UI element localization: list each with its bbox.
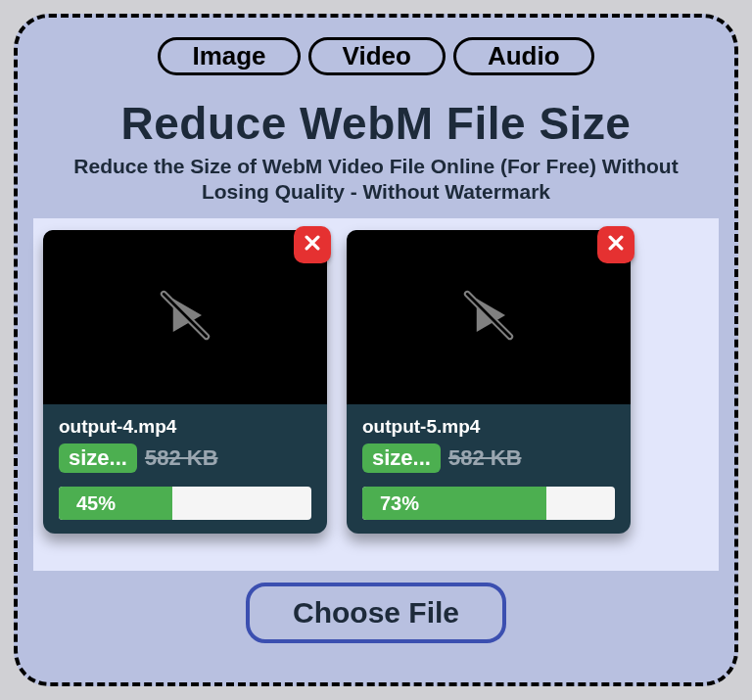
tab-video[interactable]: Video (308, 37, 446, 75)
tab-audio[interactable]: Audio (453, 37, 594, 75)
file-sizes: size... 582 KB (43, 443, 327, 473)
choose-file-button[interactable]: Choose File (246, 583, 506, 643)
no-video-icon (455, 282, 522, 352)
video-thumbnail[interactable] (347, 230, 631, 404)
progress-label: 73% (380, 492, 419, 515)
files-container: output-4.mp4 size... 582 KB 45% (33, 218, 719, 571)
progress-bar: 45% (59, 487, 311, 520)
page-title: Reduce WebM File Size (25, 97, 727, 150)
remove-file-button[interactable] (597, 226, 634, 263)
file-cards: output-4.mp4 size... 582 KB 45% (43, 230, 709, 534)
choose-file-wrap: Choose File (25, 583, 727, 643)
file-card: output-4.mp4 size... 582 KB 45% (43, 230, 327, 534)
upload-panel: Image Video Audio Reduce WebM File Size … (14, 14, 738, 686)
media-type-tabs: Image Video Audio (25, 37, 727, 75)
file-card: output-5.mp4 size... 582 KB 73% (347, 230, 631, 534)
new-size-badge: size... (362, 443, 441, 473)
progress-bar: 73% (362, 487, 615, 520)
close-icon (303, 233, 322, 257)
page-subtitle: Reduce the Size of WebM Video File Onlin… (25, 154, 727, 206)
old-size: 582 KB (448, 445, 522, 471)
no-video-icon (152, 282, 218, 352)
file-name: output-5.mp4 (347, 404, 631, 443)
progress-label: 45% (76, 492, 116, 515)
close-icon (606, 233, 626, 257)
remove-file-button[interactable] (294, 226, 331, 263)
file-name: output-4.mp4 (43, 404, 327, 443)
new-size-badge: size... (59, 443, 137, 473)
tab-image[interactable]: Image (158, 37, 300, 75)
old-size: 582 KB (145, 445, 218, 471)
video-thumbnail[interactable] (43, 230, 327, 404)
file-sizes: size... 582 KB (347, 443, 631, 473)
